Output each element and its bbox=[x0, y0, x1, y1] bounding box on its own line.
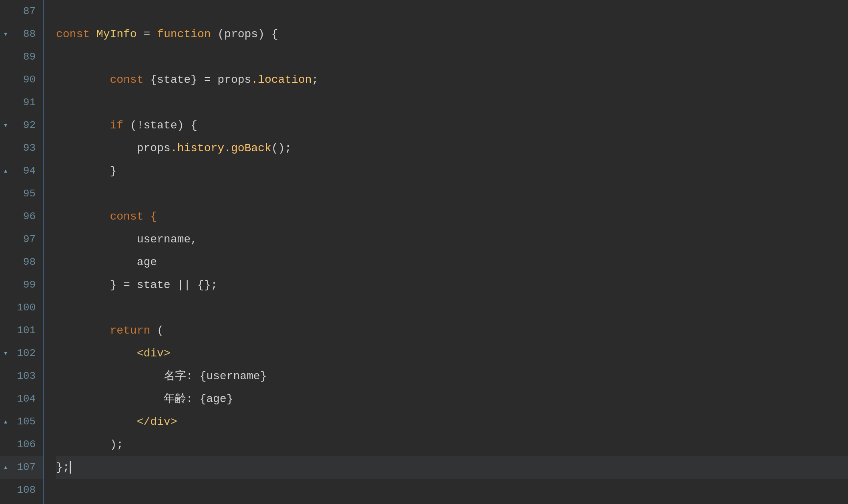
fold-arrow[interactable]: ▴ bbox=[3, 416, 8, 428]
token: props bbox=[56, 140, 171, 157]
code-line-106: ); bbox=[56, 433, 848, 456]
token: (props) { bbox=[211, 26, 278, 43]
line-num-label: 93 bbox=[23, 140, 36, 156]
token: } bbox=[56, 459, 63, 476]
code-line-97: username, bbox=[56, 228, 848, 251]
line-num-label: 87 bbox=[23, 3, 36, 19]
code-line-107: }; bbox=[56, 456, 848, 479]
code-line-102: <div> bbox=[56, 342, 848, 365]
token: if bbox=[110, 117, 123, 134]
code-line-108 bbox=[56, 479, 848, 502]
line-number-98: 98 bbox=[0, 251, 43, 274]
code-line-90: const {state} = props.location; bbox=[56, 68, 848, 91]
code-line-101: return ( bbox=[56, 319, 848, 342]
fold-arrow[interactable]: ▾ bbox=[3, 119, 8, 132]
line-number-102: ▾102 bbox=[0, 342, 43, 365]
line-num-label: 107 bbox=[17, 459, 36, 475]
line-number-89: 89 bbox=[0, 46, 43, 68]
token: function bbox=[157, 26, 211, 43]
line-num-label: 96 bbox=[23, 208, 36, 224]
token: goBack bbox=[231, 140, 271, 157]
line-num-label: 101 bbox=[17, 322, 36, 338]
line-num-label: 90 bbox=[23, 72, 36, 88]
code-line-98: age bbox=[56, 251, 848, 274]
line-number-106: 106 bbox=[0, 433, 43, 456]
line-number-88: ▾88 bbox=[0, 23, 43, 46]
line-num-label: 104 bbox=[17, 391, 36, 407]
token: ; bbox=[63, 459, 70, 476]
token: = bbox=[137, 26, 157, 43]
token: 名字: {username} bbox=[56, 368, 267, 385]
line-num-label: 102 bbox=[17, 345, 36, 361]
text-cursor bbox=[70, 461, 71, 474]
line-number-92: ▾92 bbox=[0, 114, 43, 137]
line-number-87: 87 bbox=[0, 0, 43, 23]
token: <div> bbox=[137, 345, 171, 362]
token: 年齢: {age} bbox=[56, 390, 233, 408]
line-num-label: 108 bbox=[17, 482, 36, 498]
line-number-107: ▴107 bbox=[0, 456, 43, 479]
code-line-92: if (!state) { bbox=[56, 114, 848, 137]
token: . bbox=[224, 140, 231, 157]
line-num-label: 89 bbox=[23, 49, 36, 65]
token: age bbox=[56, 254, 157, 271]
code-line-104: 年齢: {age} bbox=[56, 388, 848, 410]
token: (!state) { bbox=[123, 117, 197, 134]
token: return bbox=[110, 322, 150, 339]
token bbox=[56, 117, 110, 134]
token bbox=[56, 345, 137, 362]
line-num-label: 91 bbox=[23, 94, 36, 110]
line-number-100: 100 bbox=[0, 296, 43, 319]
token: const bbox=[56, 71, 150, 88]
code-line-87 bbox=[56, 0, 848, 23]
code-editor: 87▾88899091▾9293▴949596979899100101▾1021… bbox=[0, 0, 848, 504]
line-num-label: 95 bbox=[23, 186, 36, 202]
token: } = state || {}; bbox=[56, 276, 217, 294]
line-num-label: 92 bbox=[23, 117, 36, 133]
token: .location bbox=[251, 71, 311, 88]
line-num-label: 88 bbox=[23, 26, 36, 42]
code-line-93: props.history.goBack(); bbox=[56, 137, 848, 160]
line-number-99: 99 bbox=[0, 274, 43, 296]
fold-arrow[interactable]: ▾ bbox=[3, 28, 8, 40]
code-line-99: } = state || {}; bbox=[56, 274, 848, 296]
line-num-label: 97 bbox=[23, 231, 36, 247]
token: .history bbox=[171, 140, 224, 157]
token: = props bbox=[197, 71, 251, 88]
line-number-108: 108 bbox=[0, 479, 43, 502]
token: ); bbox=[56, 436, 123, 453]
line-num-label: 103 bbox=[17, 368, 36, 384]
line-number-104: 104 bbox=[0, 388, 43, 410]
line-number-97: 97 bbox=[0, 228, 43, 251]
fold-arrow[interactable]: ▴ bbox=[3, 165, 8, 177]
line-num-label: 94 bbox=[23, 163, 36, 179]
token: const bbox=[56, 26, 96, 43]
line-num-label: 105 bbox=[17, 414, 36, 430]
token: } bbox=[56, 162, 117, 180]
line-num-label: 98 bbox=[23, 254, 36, 270]
line-num-label: 99 bbox=[23, 277, 36, 293]
code-line-103: 名字: {username} bbox=[56, 365, 848, 388]
line-number-101: 101 bbox=[0, 319, 43, 342]
token: (); bbox=[271, 140, 291, 157]
token: </div> bbox=[137, 413, 177, 430]
line-number-93: 93 bbox=[0, 137, 43, 160]
token: MyInfo bbox=[96, 26, 137, 43]
token: const { bbox=[56, 208, 157, 225]
fold-arrow[interactable]: ▾ bbox=[3, 347, 8, 360]
fold-arrow[interactable]: ▴ bbox=[3, 461, 8, 474]
line-num-label: 100 bbox=[17, 300, 36, 316]
code-line-91 bbox=[56, 91, 848, 114]
line-number-105: ▴105 bbox=[0, 410, 43, 433]
token bbox=[56, 322, 110, 339]
token: username, bbox=[56, 231, 197, 248]
code-line-89 bbox=[56, 46, 848, 68]
line-number-90: 90 bbox=[0, 68, 43, 91]
line-number-91: 91 bbox=[0, 91, 43, 114]
line-number-gutter: 87▾88899091▾9293▴949596979899100101▾1021… bbox=[0, 0, 44, 504]
code-content[interactable]: const MyInfo = function (props) { const … bbox=[44, 0, 848, 504]
line-number-94: ▴94 bbox=[0, 160, 43, 182]
code-line-96: const { bbox=[56, 205, 848, 228]
line-num-label: 106 bbox=[17, 436, 36, 452]
line-number-96: 96 bbox=[0, 205, 43, 228]
